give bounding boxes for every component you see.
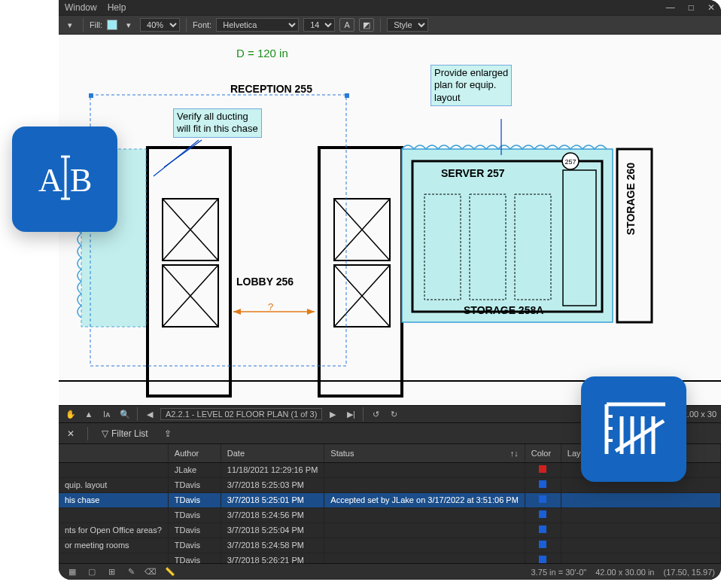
unknown-dimension: ? <box>268 301 273 312</box>
table-row[interactable]: nts for Open Office areas?TDavis3/7/2018… <box>59 522 721 538</box>
prev-page-button[interactable]: ◀ <box>142 407 157 421</box>
drawing-canvas[interactable]: 257 D = 120 in RECEPTION 255 LOBBY 256 S… <box>59 35 721 405</box>
text-toolbar: ▾ Fill: ▾ 40% Font: Helvetica 14 A ◩ Sty… <box>59 15 721 35</box>
svg-marker-16 <box>233 309 241 315</box>
fill-swatch[interactable] <box>107 20 117 30</box>
minimize-button[interactable]: — <box>666 2 675 13</box>
window-controls: — □ ✕ <box>666 2 715 13</box>
room-label-reception: RECEPTION 255 <box>230 83 312 95</box>
room-label-storage-260: STORAGE 260 <box>625 163 637 235</box>
ruler-icon[interactable]: 📏 <box>163 565 178 579</box>
pan-tool-icon[interactable]: ✋ <box>63 407 78 421</box>
opacity-select[interactable]: 40% <box>140 18 180 32</box>
room-label-server: SERVER 257 <box>441 167 505 179</box>
sort-icon[interactable]: ↑↓ <box>510 449 519 458</box>
svg-rect-18 <box>402 149 613 322</box>
rotate-cw-icon[interactable]: ↻ <box>386 407 401 421</box>
menubar: Window Help — □ ✕ <box>59 0 721 15</box>
filter-list-button[interactable]: ▽ Filter List <box>97 427 153 440</box>
svg-rect-27 <box>89 93 93 98</box>
status-bar: ▦ ▢ ⊞ ✎ ⌫ 📏 3.75 in = 30'-0" 42.00 x 30.… <box>59 563 721 580</box>
room-label-lobby: LOBBY 256 <box>236 276 294 288</box>
fill-label: Fill: <box>90 20 102 29</box>
zoom-tool-icon[interactable]: 🔍 <box>117 407 132 421</box>
menu-window[interactable]: Window <box>65 2 97 13</box>
col-color[interactable]: Color <box>525 444 561 462</box>
callout-ducting[interactable]: Verify all ducting will fit in this chas… <box>173 108 262 138</box>
svg-text:257: 257 <box>564 158 576 166</box>
dimension-text: D = 120 in <box>236 47 288 59</box>
tally-icon <box>596 395 671 463</box>
font-color-button[interactable]: A <box>339 18 354 32</box>
col-subject[interactable] <box>59 444 168 462</box>
text-cursor-icon: A B <box>31 149 99 209</box>
snap-icon[interactable]: ▢ <box>84 565 99 579</box>
col-date[interactable]: Date <box>221 444 324 462</box>
svg-rect-28 <box>345 93 349 98</box>
fill-dropdown-icon[interactable]: ▾ <box>122 18 135 32</box>
table-row[interactable]: or meeting roomsTDavis3/7/2018 5:24:58 P… <box>59 538 721 553</box>
dropdown-icon[interactable]: ▾ <box>63 18 77 32</box>
cursor-readout: (17.50, 15.97) <box>664 568 716 577</box>
maximize-button[interactable]: □ <box>689 2 694 13</box>
page-size-readout: 42.00 x 30.00 in <box>595 568 654 577</box>
callout-equip-layout[interactable]: Provide enlarged plan for equip. layout <box>430 65 512 106</box>
svg-text:A: A <box>38 162 62 199</box>
svg-text:B: B <box>70 162 92 199</box>
close-button[interactable]: ✕ <box>707 2 715 13</box>
close-panel-button[interactable]: ✕ <box>63 427 78 440</box>
col-status[interactable]: Status ↑↓ <box>324 444 525 462</box>
svg-line-31 <box>154 140 199 176</box>
export-icon[interactable]: ⇪ <box>160 427 175 440</box>
floor-plan-svg: 257 <box>59 35 721 405</box>
filter-label: Filter List <box>111 428 148 439</box>
select-tool-icon[interactable]: ▲ <box>81 407 96 421</box>
font-size-select[interactable]: 14 <box>303 18 335 32</box>
last-page-button[interactable]: ▶| <box>343 407 358 421</box>
table-row[interactable]: TDavis3/7/2018 5:24:56 PM <box>59 507 721 522</box>
grid-icon[interactable]: ▦ <box>65 565 80 579</box>
text-tool-tile[interactable]: A B <box>12 126 117 232</box>
room-label-storage-258a: STORAGE 258A <box>464 304 543 316</box>
page-indicator[interactable]: A2.2.1 - LEVEL 02 FLOOR PLAN (1 of 3) <box>160 408 322 420</box>
col-author[interactable]: Author <box>168 444 221 462</box>
eraser-icon[interactable]: ⌫ <box>143 565 158 579</box>
app-window: Window Help — □ ✕ ▾ Fill: ▾ 40% Font: He… <box>59 0 721 580</box>
tool-icon[interactable]: ⊞ <box>104 565 119 579</box>
pen-icon[interactable]: ✎ <box>123 565 138 579</box>
font-label: Font: <box>193 20 211 29</box>
count-tool-tile[interactable] <box>581 376 686 482</box>
next-page-button[interactable]: ▶ <box>325 407 340 421</box>
highlight-button[interactable]: ◩ <box>359 18 374 32</box>
svg-marker-17 <box>307 309 315 315</box>
scale-readout: 3.75 in = 30'-0" <box>531 568 587 577</box>
text-style-select[interactable]: Style <box>387 18 428 32</box>
rotate-ccw-icon[interactable]: ↺ <box>368 407 383 421</box>
table-row[interactable]: his chaseTDavis3/7/2018 5:25:01 PMAccept… <box>59 492 721 507</box>
text-select-icon[interactable]: Iᴀ <box>99 407 114 421</box>
font-family-select[interactable]: Helvetica <box>216 18 299 32</box>
menu-help[interactable]: Help <box>108 2 126 13</box>
filter-icon: ▽ <box>102 428 108 439</box>
